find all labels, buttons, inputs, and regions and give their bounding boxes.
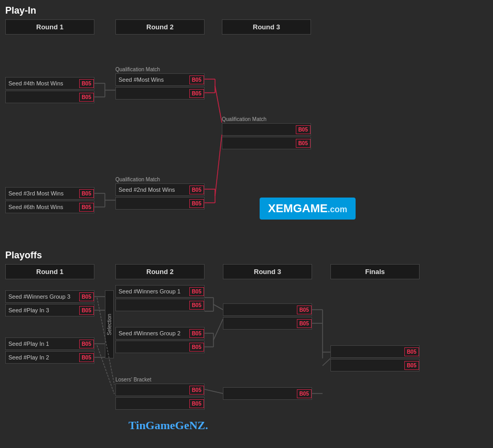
playin-r3-m1: B05 bbox=[222, 123, 311, 136]
playoffs-section: Playoffs Round 1 Round 2 Round 3 Finals … bbox=[0, 245, 493, 437]
playoffs-r2-m2: Seed #Winners Group 2 B05 bbox=[115, 327, 205, 340]
svg-line-27 bbox=[213, 319, 223, 340]
playoffs-round1-header: Round 1 bbox=[5, 264, 94, 279]
playin-r3-qual-label: Qualification Match bbox=[222, 116, 311, 122]
xemgame-suffix: .com bbox=[328, 205, 347, 214]
svg-line-15 bbox=[215, 135, 222, 196]
playoffs-r2-m1b: B05 bbox=[115, 299, 205, 311]
svg-line-36 bbox=[323, 358, 330, 366]
playin-r2-m1: Seed #Most Wins B05 bbox=[115, 73, 205, 86]
playoffs-r2-m3: B05 bbox=[115, 384, 205, 396]
playin-title: Play-In bbox=[0, 0, 493, 19]
playoffs-finals-m2: B05 bbox=[330, 359, 420, 371]
playoffs-r3-m3: B05 bbox=[223, 387, 312, 400]
tingame-watermark: TinGameGeNZ. bbox=[128, 419, 208, 432]
playin-r3-m2: B05 bbox=[222, 137, 311, 149]
playoffs-selection-bar: Selection bbox=[105, 290, 114, 358]
playin-r2-m1b: B05 bbox=[115, 87, 205, 100]
playoffs-r1-m2: Seed #Play In 1 B05 bbox=[5, 337, 94, 350]
playoffs-title: Playoffs bbox=[0, 245, 493, 264]
playoffs-r1-m2b: Seed #Play In 2 B05 bbox=[5, 351, 94, 364]
playin-r2-qual2-label: Qualification Match bbox=[115, 177, 205, 182]
playin-r2-qual1-label: Qualification Match bbox=[115, 67, 205, 72]
playoffs-round3-header: Round 3 bbox=[223, 264, 312, 279]
playin-round3-header: Round 3 bbox=[222, 19, 311, 35]
svg-line-11 bbox=[215, 86, 222, 123]
playoffs-r3-m1: B05 bbox=[223, 303, 312, 316]
playoffs-finals-m1: B05 bbox=[330, 345, 420, 358]
playoffs-r2-m3b: B05 bbox=[115, 397, 205, 410]
playoffs-r1-m1b: Seed #Play In 3 B05 bbox=[5, 304, 94, 316]
playoffs-r3-m2: B05 bbox=[223, 317, 312, 330]
playoffs-r1-m1: Seed #Winners Group 3 B05 bbox=[5, 290, 94, 303]
playin-r1-m2: Seed #3rd Most Wins B05 bbox=[5, 187, 94, 200]
playin-r1-m1: Seed #4th Most Wins B05 bbox=[5, 77, 94, 90]
playin-section: Play-In Round 1 Round 2 Round 3 Seed #4t… bbox=[0, 0, 493, 245]
playin-r1-m1b: B05 bbox=[5, 91, 94, 103]
playin-round1-header: Round 1 bbox=[5, 19, 94, 35]
playoffs-r2-m2b: B05 bbox=[115, 341, 205, 353]
playin-r1-m2b: Seed #6th Most Wins B05 bbox=[5, 201, 94, 213]
playoffs-losers-label: Losers' Bracket bbox=[115, 377, 205, 383]
playin-r2-m2: Seed #2nd Most Wins B05 bbox=[115, 183, 205, 196]
playoffs-finals-header: Finals bbox=[330, 264, 420, 279]
svg-line-23 bbox=[213, 304, 223, 310]
playin-round2-header: Round 2 bbox=[115, 19, 205, 35]
playin-r2-m2b: B05 bbox=[115, 197, 205, 210]
svg-line-34 bbox=[205, 389, 223, 394]
xemgame-watermark: XEMGAME.com bbox=[260, 198, 356, 220]
playoffs-round2-header: Round 2 bbox=[115, 264, 205, 279]
playoffs-r2-m1: Seed #Winners Group 1 B05 bbox=[115, 285, 205, 298]
